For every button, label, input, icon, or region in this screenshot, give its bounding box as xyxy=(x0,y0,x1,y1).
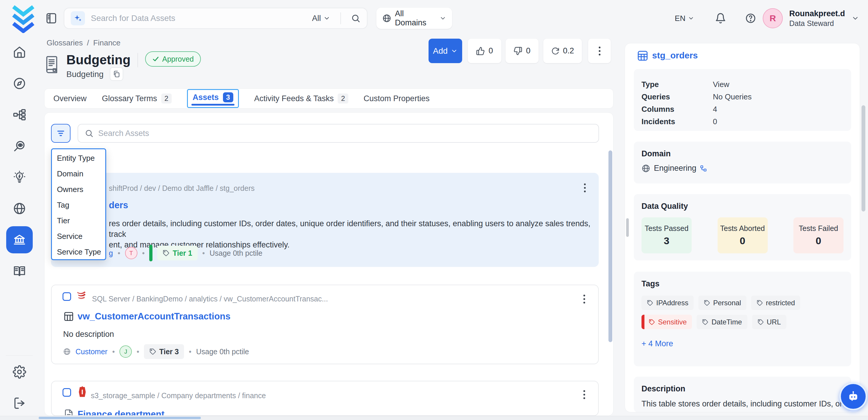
more-tags-link[interactable]: + 4 More xyxy=(642,339,843,348)
app-logo-icon[interactable] xyxy=(12,5,35,34)
menu-item-owners[interactable]: Owners xyxy=(52,182,105,197)
sidebar-item-glossary[interactable] xyxy=(0,224,39,256)
menu-item-entity-type[interactable]: Entity Type xyxy=(52,150,105,166)
assets-search-input[interactable] xyxy=(98,129,592,138)
user-role: Data Steward xyxy=(789,19,845,28)
sidebar-item-insights[interactable] xyxy=(0,162,39,193)
menu-item-domain[interactable]: Domain xyxy=(52,166,105,182)
notifications-bell-icon[interactable] xyxy=(715,13,726,24)
details-title-link[interactable]: stg_orders xyxy=(652,51,698,60)
tab-assets[interactable]: Assets3 xyxy=(187,89,239,108)
owner-avatar[interactable]: T xyxy=(125,247,137,259)
horizontal-scrollbar-thumb[interactable] xyxy=(39,417,201,419)
tab-glossary-terms[interactable]: Glossary Terms2 xyxy=(102,93,172,103)
tabs-bar: Overview Glossary Terms2 Assets3 Activit… xyxy=(44,88,614,109)
asset-title-link[interactable]: vw_CustomerAccountTransactions xyxy=(78,311,230,322)
asset-card-stg-orders[interactable]: shiftProd / dev / Demo dbt Jaffle / stg_… xyxy=(51,173,599,267)
search-icon[interactable] xyxy=(351,13,361,23)
tag-sensitive[interactable]: Sensitive xyxy=(642,315,692,329)
assets-search[interactable] xyxy=(78,124,599,143)
sidebar-item-reference[interactable] xyxy=(0,256,39,287)
breadcrumb[interactable]: Glossaries / Finance xyxy=(46,38,121,48)
usage-text: Usage 0th pctile xyxy=(209,249,262,258)
downvote-button[interactable]: 0 xyxy=(505,39,538,63)
tab-activity-feeds[interactable]: Activity Feeds & Tasks2 xyxy=(254,93,348,103)
asset-breadcrumb[interactable]: SQL Server / BankingDemo / analytics / v… xyxy=(92,295,328,303)
upvote-count: 0 xyxy=(488,46,493,55)
upvote-button[interactable]: 0 xyxy=(468,39,501,63)
global-search[interactable]: All xyxy=(64,8,368,29)
asset-title-link[interactable]: ders xyxy=(109,200,128,211)
tier-accent-bar xyxy=(149,245,153,261)
asset-breadcrumb[interactable]: shiftProd / dev / Demo dbt Jaffle / stg_… xyxy=(109,184,254,192)
search-input[interactable] xyxy=(90,13,307,23)
tag-personal[interactable]: Personal xyxy=(699,296,746,310)
user-info[interactable]: Rounakpreet.d Data Steward xyxy=(789,8,845,28)
info-value: No Queries xyxy=(713,92,752,101)
downvote-count: 0 xyxy=(526,46,530,55)
kebab-menu[interactable] xyxy=(583,295,585,303)
tag-datetime[interactable]: DateTime xyxy=(696,315,747,329)
asset-list-scrollbar[interactable] xyxy=(609,150,612,342)
language-dropdown[interactable]: EN xyxy=(675,14,694,23)
chevron-down-icon[interactable] xyxy=(851,14,859,22)
info-label: Columns xyxy=(642,105,713,114)
kebab-menu[interactable] xyxy=(583,390,585,399)
asset-breadcrumb[interactable]: s3_storage_sample / Company departments … xyxy=(91,391,266,400)
menu-item-tier[interactable]: Tier xyxy=(52,213,105,229)
asset-domain-link[interactable]: Customer xyxy=(75,348,107,356)
details-panel: stg_orders TypeView QueriesNo Queries Co… xyxy=(625,43,860,412)
asset-card-vw-customeraccounttransactions[interactable]: SQL Server / BankingDemo / analytics / v… xyxy=(51,284,599,364)
sidebar-item-lineage[interactable] xyxy=(0,99,39,130)
tab-custom-properties[interactable]: Custom Properties xyxy=(364,94,430,103)
panel-toggle-icon[interactable] xyxy=(45,12,58,25)
asset-domain-link[interactable]: g xyxy=(109,249,113,258)
chatbot-button[interactable] xyxy=(839,383,867,410)
report-file-icon xyxy=(64,409,74,416)
incidents-link[interactable]: 0 xyxy=(713,117,717,126)
add-button[interactable]: Add xyxy=(429,39,462,63)
tier-badge[interactable]: Tier 1 xyxy=(157,246,197,261)
content-scrollbar[interactable] xyxy=(626,218,629,237)
domain-value-link[interactable]: Engineering xyxy=(654,164,696,173)
all-domains-dropdown[interactable]: All Domains xyxy=(376,8,452,29)
version-button[interactable]: 0.2 xyxy=(543,39,582,63)
tab-count: 2 xyxy=(338,93,348,103)
info-card: TypeView QueriesNo Queries Columns4 Inci… xyxy=(634,69,851,131)
asset-checkbox[interactable] xyxy=(63,388,71,397)
avatar[interactable]: R xyxy=(763,8,783,28)
asset-checkbox[interactable] xyxy=(63,292,71,301)
tag-icon xyxy=(649,319,655,325)
sidebar-item-domains[interactable] xyxy=(0,193,39,224)
status-badge[interactable]: Approved xyxy=(145,51,201,67)
menu-item-service[interactable]: Service xyxy=(52,229,105,244)
search-scope-dropdown[interactable]: All xyxy=(312,14,330,23)
breadcrumb-finance[interactable]: Finance xyxy=(93,38,121,48)
breadcrumb-glossaries[interactable]: Glossaries xyxy=(46,38,83,48)
sidebar-item-logout[interactable] xyxy=(0,388,39,419)
owner-avatar[interactable]: J xyxy=(119,346,132,358)
help-icon[interactable] xyxy=(745,13,756,24)
menu-item-tag[interactable]: Tag xyxy=(52,197,105,213)
copy-icon[interactable] xyxy=(110,67,123,81)
tag-restricted[interactable]: restricted xyxy=(751,296,801,310)
asset-title-link[interactable]: Finance department xyxy=(78,409,164,416)
filter-button[interactable] xyxy=(51,124,70,143)
header-kebab-menu[interactable] xyxy=(588,39,611,63)
lineage-mini-icon[interactable] xyxy=(700,165,707,172)
sidebar-item-home[interactable] xyxy=(0,36,39,68)
sidebar-item-discover[interactable] xyxy=(0,130,39,162)
sidebar-item-explore[interactable] xyxy=(0,68,39,99)
tags-heading: Tags xyxy=(642,279,843,289)
window-vertical-scrollbar[interactable] xyxy=(862,105,865,211)
usage-text: Usage 0th pctile xyxy=(196,348,249,356)
tier-badge[interactable]: Tier 3 xyxy=(144,344,184,359)
tag-ipaddress[interactable]: IPAddress xyxy=(642,296,694,310)
kebab-menu[interactable] xyxy=(584,183,586,192)
menu-item-service-type[interactable]: Service Type xyxy=(52,244,105,260)
tag-url[interactable]: URL xyxy=(752,315,786,329)
sidebar-item-settings[interactable] xyxy=(0,356,39,388)
filter-dropdown-menu: Entity Type Domain Owners Tag Tier Servi… xyxy=(51,148,106,260)
tab-overview[interactable]: Overview xyxy=(53,94,87,103)
asset-card-finance-department[interactable]: s3_storage_sample / Company departments … xyxy=(51,381,599,416)
